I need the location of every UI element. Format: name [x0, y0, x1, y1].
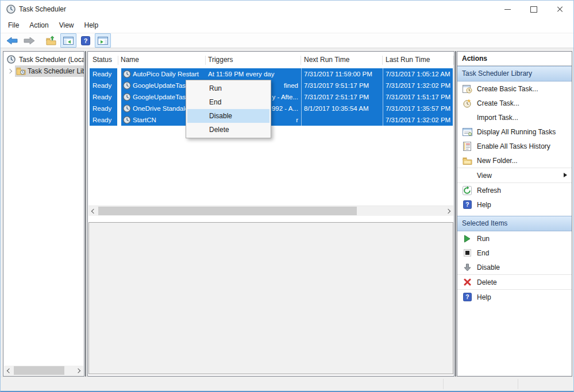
column-divider: [301, 56, 301, 65]
task-row[interactable]: ReadyGoogleUpdateTaskMachineCorefined7/3…: [88, 80, 454, 91]
menu-help[interactable]: Help: [79, 18, 104, 32]
column-header-triggers[interactable]: Triggers: [208, 52, 233, 68]
task-row[interactable]: ReadyGoogleUpdateTaskMachineUAy - Afte..…: [88, 91, 454, 103]
column-header-name[interactable]: Name: [121, 52, 139, 68]
actions-panel: Actions Task Scheduler LibraryCreate Bas…: [457, 51, 572, 377]
task-last-run-time: 7/31/2017 1:32:02 PM: [386, 114, 453, 126]
action-item-label: Delete: [477, 278, 497, 286]
close-button[interactable]: [547, 1, 573, 18]
action-item-display-all-running-tasks[interactable]: Display All Running Tasks: [457, 125, 572, 139]
action-item-create-task[interactable]: Create Task...: [457, 96, 572, 110]
task-row[interactable]: ReadyStartCNr7/31/2017 1:32:02 PM: [88, 114, 454, 126]
action-item-end[interactable]: End: [457, 246, 572, 260]
console-tree-panel: Task Scheduler (Local) Task Scheduler Li…: [3, 51, 84, 377]
scroll-right-button[interactable]: [444, 206, 453, 216]
task-row[interactable]: ReadyAutoPico Daily RestartAt 11:59 PM e…: [88, 68, 454, 80]
refresh-icon: [461, 186, 473, 195]
action-item-new-folder[interactable]: New Folder...: [457, 153, 572, 168]
tree-item-task-scheduler-library[interactable]: Task Scheduler Library: [3, 65, 84, 77]
task-next-run-time: 7/31/2017 11:59:00 PM: [304, 68, 380, 80]
column-separator: [301, 80, 302, 91]
actions-body: Task Scheduler LibraryCreate Basic Task.…: [457, 66, 572, 304]
scroll-left-button[interactable]: [88, 206, 98, 216]
context-menu-item-disable[interactable]: Disable: [187, 109, 269, 123]
action-item-help[interactable]: ?Help: [457, 289, 572, 304]
menu-file[interactable]: File: [3, 18, 24, 32]
tree-item-task-scheduler-local[interactable]: Task Scheduler (Local): [3, 54, 84, 65]
minimize-icon: [504, 9, 511, 10]
task-status: Ready: [93, 91, 117, 103]
scroll-right-button[interactable]: [74, 366, 83, 375]
task-status: Ready: [93, 68, 117, 80]
tree-horizontal-scrollbar[interactable]: [4, 366, 83, 375]
action-pane-toggle-icon: [98, 37, 108, 45]
menu-view[interactable]: View: [54, 18, 79, 32]
title-bar: Task Scheduler: [1, 1, 573, 18]
end-icon: [461, 249, 473, 257]
bottom-bar: [1, 377, 573, 391]
tree-item-label: Task Scheduler Library: [28, 65, 84, 77]
scroll-left-button[interactable]: [4, 366, 13, 375]
action-item-import-task[interactable]: Import Task...: [457, 110, 572, 125]
task-row[interactable]: ReadyOneDrive Standalone Update Task992 …: [88, 103, 454, 114]
list-horizontal-scrollbar[interactable]: [88, 205, 453, 216]
column-separator: [383, 103, 383, 114]
task-library-folder-icon: [16, 67, 26, 77]
action-item-create-basic-task[interactable]: Create Basic Task...: [457, 81, 572, 96]
up-level-button[interactable]: [43, 33, 59, 48]
forward-button[interactable]: [21, 33, 37, 48]
action-item-run[interactable]: Run: [457, 231, 572, 246]
column-header-next-run-time[interactable]: Next Run Time: [304, 52, 349, 68]
scrollbar-thumb[interactable]: [14, 366, 64, 375]
task-last-run-time: 7/31/2017 1:05:12 AM: [386, 68, 453, 80]
task-next-run-time: 7/31/2017 2:51:17 PM: [304, 91, 380, 103]
task-list-header: StatusNameTriggersNext Run TimeLast Run …: [88, 52, 454, 68]
column-separator: [383, 68, 383, 80]
running-tasks-icon: [461, 128, 473, 136]
menu-action[interactable]: Action: [24, 18, 53, 32]
panel-splitter[interactable]: [455, 51, 456, 377]
svg-text:?: ?: [465, 201, 469, 208]
back-button[interactable]: [4, 33, 20, 48]
context-menu-item-end[interactable]: End: [187, 95, 269, 109]
task-status: Ready: [93, 103, 117, 114]
task-last-run-time: 7/31/2017 1:51:17 PM: [386, 91, 453, 103]
bottom-bar-divider: [518, 379, 518, 389]
task-clock-icon: [123, 81, 131, 91]
minimize-button[interactable]: [494, 1, 521, 18]
action-item-delete[interactable]: Delete: [457, 274, 572, 289]
console-tree-toggle-button[interactable]: [60, 33, 76, 48]
task-status: Ready: [93, 114, 117, 126]
task-scheduler-window: Task Scheduler FileActionViewHelp ? Task…: [0, 0, 574, 392]
action-item-help[interactable]: ?Help: [457, 197, 572, 212]
up-level-icon: [46, 36, 56, 45]
action-item-refresh[interactable]: Refresh: [457, 183, 572, 197]
action-item-disable[interactable]: Disable: [457, 260, 572, 274]
column-separator: [383, 80, 383, 91]
context-menu-item-delete[interactable]: Delete: [187, 123, 269, 137]
context-menu: RunEndDisableDelete: [186, 80, 271, 138]
action-item-label: Enable All Tasks History: [477, 142, 550, 150]
section-header-selected-items[interactable]: Selected Items: [457, 216, 572, 231]
expand-chevron-icon[interactable]: [7, 69, 12, 73]
action-item-enable-all-tasks-history[interactable]: Enable All Tasks History: [457, 139, 572, 153]
column-header-status[interactable]: Status: [93, 52, 112, 68]
task-next-run-time: [304, 114, 380, 126]
chevron-left-icon: [91, 208, 96, 213]
panel-splitter[interactable]: [85, 51, 86, 377]
maximize-button[interactable]: [521, 1, 547, 18]
column-separator: [301, 91, 302, 103]
help-button[interactable]: ?: [78, 33, 94, 48]
section-header-task-scheduler-library[interactable]: Task Scheduler Library: [457, 66, 572, 81]
column-header-last-run-time[interactable]: Last Run Time: [386, 52, 430, 68]
svg-text:?: ?: [465, 294, 469, 300]
action-item-view[interactable]: View: [457, 168, 572, 183]
scrollbar-thumb[interactable]: [98, 207, 357, 215]
action-item-label: Create Task...: [477, 99, 519, 107]
column-separator: [301, 68, 302, 80]
task-last-run-time: 7/31/2017 1:32:02 PM: [386, 80, 453, 91]
context-menu-item-run[interactable]: Run: [187, 81, 269, 95]
action-pane-toggle-button[interactable]: [95, 33, 111, 48]
task-clock-icon: [123, 70, 131, 79]
action-item-label: View: [477, 172, 492, 180]
